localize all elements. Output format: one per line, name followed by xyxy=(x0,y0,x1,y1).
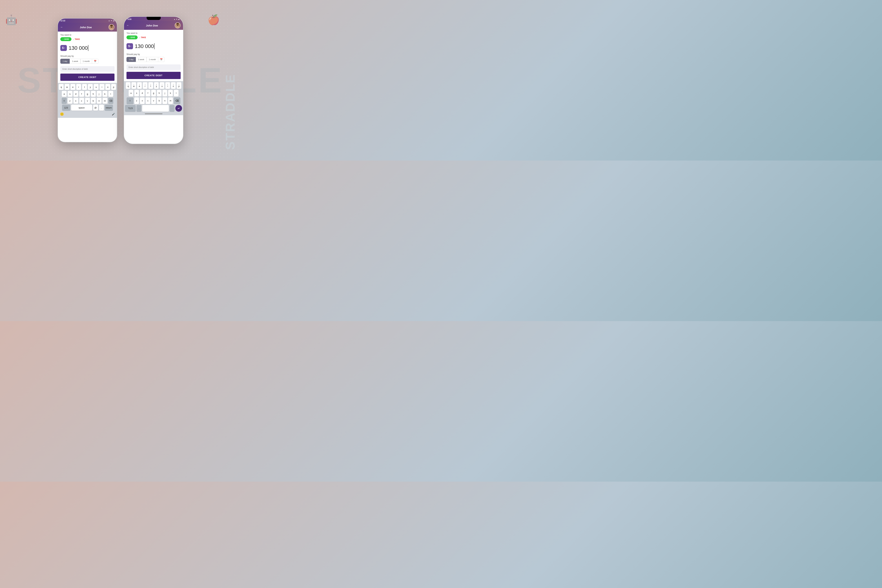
android-key-g[interactable]: g xyxy=(85,91,90,97)
android-time: 12:22 xyxy=(60,20,65,22)
ios-amount-value[interactable]: 130 000 xyxy=(135,43,154,49)
ios-app-header: ← John Doe xyxy=(124,21,183,30)
android-pay-1day[interactable]: 1 day xyxy=(60,59,70,64)
ios-key-d[interactable]: d xyxy=(140,90,145,96)
ios-pay-1month[interactable]: 1 month xyxy=(147,57,158,62)
android-back-button[interactable]: ← xyxy=(60,26,63,29)
android-currency-button[interactable]: $ ▾ xyxy=(60,45,67,51)
ios-key-s[interactable]: s xyxy=(134,90,139,96)
android-kb-bottom: 🙂 🎤 xyxy=(58,111,116,117)
android-key-a[interactable]: a xyxy=(62,91,67,97)
android-key-w[interactable]: w xyxy=(64,84,69,90)
android-signal-icon: ▲ xyxy=(108,20,110,21)
ios-pay-1day[interactable]: 1 day xyxy=(126,57,136,62)
ios-status-icons: ▲ ▼ ▬ xyxy=(174,18,180,20)
ios-key-t[interactable]: 5t xyxy=(148,82,153,89)
android-key-b[interactable]: b xyxy=(91,98,96,104)
ios-key-l[interactable]: l xyxy=(174,90,178,96)
android-status-bar: 12:22 ▲ ▼ ▬ xyxy=(58,18,117,23)
android-key-at[interactable]: @ xyxy=(93,105,98,111)
ios-key-comma[interactable]: , xyxy=(136,105,141,112)
android-key-l[interactable]: l xyxy=(108,91,113,97)
android-key-j[interactable]: j xyxy=(97,91,102,97)
ios-key-q[interactable]: 1q xyxy=(126,82,130,89)
ios-take-button[interactable]: ↓ TAKE xyxy=(140,36,146,39)
android-key-n[interactable]: n xyxy=(97,98,102,104)
android-key-space[interactable]: space xyxy=(71,105,92,111)
ios-key-w[interactable]: 2w xyxy=(131,82,136,89)
ios-key-u[interactable]: 7u xyxy=(160,82,164,89)
android-key-t[interactable]: t xyxy=(82,84,87,90)
android-key-o[interactable]: o xyxy=(105,84,110,90)
ios-key-m[interactable]: m xyxy=(168,98,173,104)
android-key-p[interactable]: p xyxy=(111,84,116,90)
android-key-q[interactable]: q xyxy=(59,84,64,90)
android-key-f[interactable]: f xyxy=(79,91,84,97)
android-key-v[interactable]: v xyxy=(85,98,90,104)
android-amount-value[interactable]: 130 000 xyxy=(69,45,88,51)
android-key-delete[interactable]: ⌫ xyxy=(108,98,113,104)
ios-key-z[interactable]: z xyxy=(134,98,139,104)
android-take-button[interactable]: ↓ TAKE xyxy=(73,38,80,40)
android-emoji-key[interactable]: 🙂 xyxy=(59,111,64,117)
android-key-s[interactable]: s xyxy=(68,91,72,97)
android-battery-icon: ▬ xyxy=(113,20,114,21)
ios-key-p[interactable]: 0p xyxy=(177,82,182,89)
ios-currency-button[interactable]: $ ▾ xyxy=(126,43,133,49)
android-key-m[interactable]: m xyxy=(102,98,107,104)
ios-key-e[interactable]: 3e xyxy=(137,82,142,89)
android-key-c[interactable]: c xyxy=(79,98,84,104)
ios-pay-1week[interactable]: 1 week xyxy=(136,57,147,62)
ios-key-c[interactable]: c xyxy=(146,98,150,104)
android-key-d[interactable]: d xyxy=(74,91,78,97)
ios-key-f[interactable]: f xyxy=(146,90,150,96)
ios-key-i[interactable]: 8i xyxy=(165,82,170,89)
ios-key-123[interactable]: ?123 xyxy=(125,105,136,112)
android-key-k[interactable]: k xyxy=(102,91,107,97)
ios-key-y[interactable]: 6y xyxy=(154,82,159,89)
ios-key-k[interactable]: k xyxy=(168,90,173,96)
ios-give-button[interactable]: ↑ GIVE xyxy=(126,36,138,39)
android-create-debt-button[interactable]: CREATE DEBT xyxy=(60,74,114,81)
ios-key-return[interactable]: ↵ xyxy=(176,105,182,112)
android-pay-1month[interactable]: 1 month xyxy=(81,59,92,64)
android-key-e[interactable]: e xyxy=(70,84,75,90)
ios-key-r[interactable]: 4r xyxy=(143,82,147,89)
android-key-u[interactable]: u xyxy=(94,84,99,90)
android-key-return[interactable]: return xyxy=(105,105,113,111)
android-mic-key[interactable]: 🎤 xyxy=(111,112,116,116)
ios-key-x[interactable]: x xyxy=(140,98,145,104)
android-app-header: ← John Doe xyxy=(58,23,117,32)
ios-key-o[interactable]: 9o xyxy=(171,82,176,89)
android-key-z[interactable]: z xyxy=(68,98,72,104)
ios-key-a[interactable]: a xyxy=(129,90,134,96)
ios-key-j[interactable]: j xyxy=(162,90,167,96)
android-key-i[interactable]: i xyxy=(99,84,104,90)
ios-key-delete[interactable]: ⌫ xyxy=(174,98,180,104)
android-key-r[interactable]: r xyxy=(76,84,81,90)
android-key-x[interactable]: x xyxy=(74,98,78,104)
android-key-shift[interactable]: ⇧ xyxy=(62,98,67,104)
ios-kb-row3: ⇧ z x c v b n m ⌫ xyxy=(125,98,182,104)
ios-key-shift[interactable]: ⇧ xyxy=(127,98,134,104)
svg-point-9 xyxy=(176,26,180,28)
ios-description-input[interactable] xyxy=(126,64,181,70)
ios-create-debt-button[interactable]: CREATE DEBT xyxy=(126,72,181,79)
android-key-123[interactable]: 123 xyxy=(62,105,70,111)
android-pay-calendar[interactable]: 📅 xyxy=(92,59,98,64)
ios-back-button[interactable]: ← xyxy=(126,24,129,27)
android-give-button[interactable]: ↑ GIVE xyxy=(60,37,72,41)
ios-key-b[interactable]: b xyxy=(157,98,162,104)
ios-key-space[interactable] xyxy=(142,105,169,112)
ios-key-n[interactable]: n xyxy=(162,98,167,104)
android-description-input[interactable] xyxy=(60,66,114,72)
android-key-y[interactable]: y xyxy=(88,84,93,90)
android-pay-1week[interactable]: 1 week xyxy=(70,59,81,64)
android-key-h[interactable]: h xyxy=(91,91,96,97)
ios-key-period[interactable]: . xyxy=(170,105,174,112)
ios-key-h[interactable]: h xyxy=(157,90,162,96)
ios-key-v[interactable]: v xyxy=(151,98,156,104)
android-key-period[interactable]: . xyxy=(99,105,104,111)
ios-key-g[interactable]: g xyxy=(151,90,156,96)
ios-pay-calendar[interactable]: 📅 xyxy=(158,57,165,62)
